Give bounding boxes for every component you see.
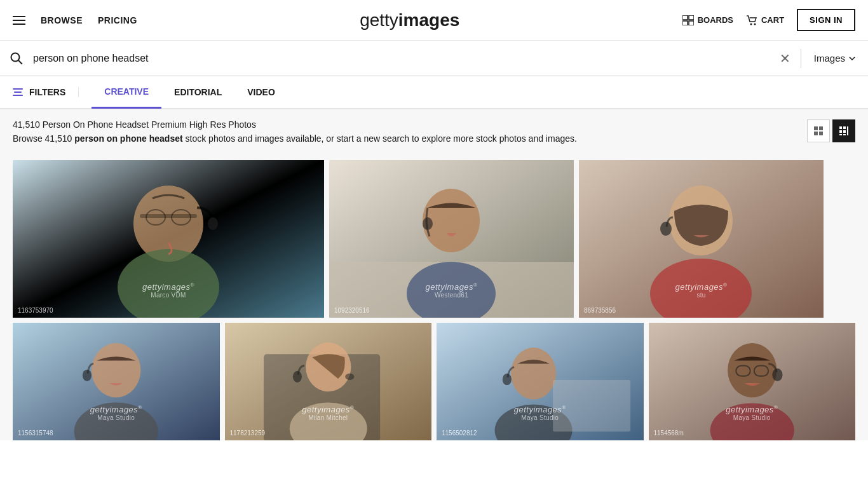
image-id: 1154568m [654, 430, 684, 437]
svg-point-48 [503, 374, 512, 385]
header-right: BOARDS CART SIGN IN [682, 9, 855, 31]
image-card[interactable]: gettyimages® Maya Studio 1156315748 [13, 323, 220, 440]
main-header: BROWSE PRICING gettyimages BOARDS CART S… [0, 0, 868, 41]
browse-link[interactable]: BROWSE [41, 15, 83, 25]
svg-rect-17 [843, 134, 846, 135]
image-id: 869735856 [584, 307, 616, 314]
svg-rect-8 [814, 126, 818, 130]
image-id: 1092320516 [334, 307, 370, 314]
results-count: 41,510 Person On Phone Headset Premium H… [13, 119, 577, 130]
tab-editorial[interactable]: EDITORIAL [161, 76, 234, 109]
svg-rect-0 [682, 15, 688, 20]
photo-placeholder [329, 160, 574, 318]
svg-rect-15 [843, 130, 846, 133]
svg-rect-13 [843, 126, 846, 129]
svg-rect-2 [682, 21, 688, 25]
search-type-selector[interactable]: Images [801, 53, 868, 64]
filters-button[interactable]: FILTERS [13, 87, 79, 97]
photo-placeholder [579, 160, 824, 318]
logo-bold: images [398, 10, 460, 30]
search-input[interactable] [33, 53, 770, 64]
filters-label: FILTERS [29, 87, 65, 97]
image-grid: gettyimages® Marco VDM 1163753970 [0, 150, 868, 440]
svg-line-7 [18, 60, 22, 64]
svg-rect-10 [814, 132, 818, 135]
image-row-1: gettyimages® Marco VDM 1163753970 [13, 160, 855, 318]
svg-point-4 [750, 23, 752, 25]
svg-rect-9 [819, 126, 823, 130]
boards-icon [682, 15, 694, 25]
image-card[interactable]: gettyimages® Westend61 1092320516 [329, 160, 574, 318]
image-id: 1178213259 [230, 430, 266, 437]
results-info: 41,510 Person On Phone Headset Premium H… [13, 119, 577, 144]
header-left: BROWSE PRICING [13, 15, 137, 25]
svg-rect-11 [819, 132, 823, 135]
grid-view-icon [813, 126, 824, 136]
svg-rect-12 [839, 126, 842, 129]
count-number: 41,510 [13, 119, 40, 130]
svg-point-55 [772, 369, 782, 381]
pricing-link[interactable]: PRICING [98, 15, 137, 25]
image-card[interactable]: gettyimages® Milan Mitchel 1178213259 [225, 323, 432, 440]
cart-icon [746, 15, 757, 25]
desc-bold: person on phone headset [74, 133, 182, 144]
svg-rect-22 [140, 214, 197, 218]
results-title: Person On Phone Headset Premium High Res… [43, 119, 256, 130]
image-card[interactable]: gettyimages® Marco VDM 1163753970 [13, 160, 324, 318]
clear-search-button[interactable]: ✕ [770, 51, 801, 66]
hamburger-menu[interactable] [13, 16, 25, 25]
svg-rect-49 [553, 380, 630, 431]
tab-creative[interactable]: CREATIVE [92, 76, 161, 109]
image-row-2: gettyimages® Maya Studio 1156315748 [13, 323, 855, 440]
results-description: Browse 41,510 person on phone headset st… [13, 133, 577, 144]
search-bar: ✕ Images [0, 41, 868, 76]
svg-point-44 [345, 374, 354, 380]
svg-point-6 [11, 53, 20, 61]
image-card[interactable]: gettyimages® Maya Studio 1156502812 [437, 323, 644, 440]
boards-label: BOARDS [698, 15, 733, 25]
desc-suffix: stock photos and images available, or st… [183, 133, 577, 144]
svg-rect-3 [689, 21, 694, 25]
svg-rect-16 [839, 134, 842, 135]
search-type-label: Images [814, 53, 845, 64]
tab-video[interactable]: VIDEO [234, 76, 288, 109]
cart-label: CART [761, 15, 784, 25]
svg-point-5 [754, 23, 756, 25]
photo-placeholder [437, 323, 644, 440]
svg-point-38 [83, 370, 92, 381]
svg-point-46 [511, 348, 556, 399]
logo-regular: getty [360, 10, 398, 30]
results-header: 41,510 Person On Phone Headset Premium H… [13, 119, 855, 144]
detail-view-button[interactable] [832, 119, 855, 142]
grid-view-button[interactable] [807, 119, 830, 142]
svg-point-43 [292, 371, 301, 383]
sign-in-button[interactable]: SIGN IN [797, 9, 855, 31]
image-id: 1156315748 [18, 430, 53, 437]
search-icon-wrap [0, 52, 33, 65]
detail-view-icon [839, 126, 849, 136]
photo-placeholder [225, 323, 432, 440]
photo-placeholder [13, 323, 220, 440]
svg-point-51 [728, 343, 776, 397]
cart-link[interactable]: CART [746, 15, 784, 25]
results-section: 41,510 Person On Phone Headset Premium H… [0, 109, 868, 150]
image-id: 1156502812 [442, 430, 477, 437]
chevron-down-icon [849, 57, 855, 60]
svg-rect-14 [839, 130, 842, 133]
filter-bar: FILTERS CREATIVE EDITORIAL VIDEO [0, 76, 868, 109]
svg-rect-18 [847, 126, 848, 135]
photo-placeholder [649, 323, 856, 440]
svg-point-36 [92, 343, 140, 397]
svg-point-25 [208, 217, 218, 230]
image-id: 1163753970 [18, 307, 53, 314]
svg-rect-1 [689, 15, 694, 20]
desc-prefix: Browse 41,510 [13, 133, 74, 144]
image-card[interactable]: gettyimages® Maya Studio 1154568m [649, 323, 856, 440]
svg-point-34 [660, 222, 672, 236]
image-card[interactable]: gettyimages® stu 869735856 [579, 160, 824, 318]
search-icon [10, 52, 23, 65]
filters-icon [13, 88, 23, 96]
boards-link[interactable]: BOARDS [682, 15, 733, 25]
photo-placeholder [13, 160, 324, 318]
site-logo[interactable]: gettyimages [137, 10, 682, 30]
